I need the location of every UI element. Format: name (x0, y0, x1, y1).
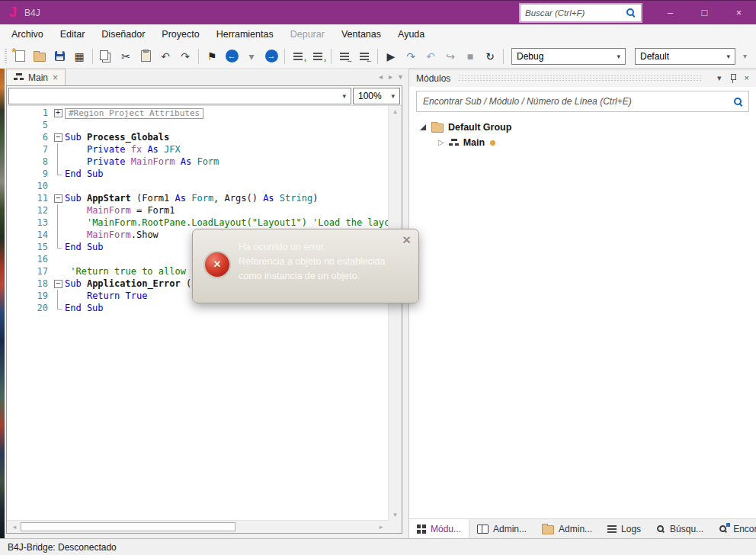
indent-button[interactable]: → (335, 47, 354, 66)
tree-item-main[interactable]: ▷Main (409, 135, 756, 150)
close-button[interactable]: × (722, 1, 756, 24)
menu-herramientas[interactable]: Herramientas (208, 24, 282, 44)
scrollbar-thumb[interactable] (21, 522, 235, 531)
code-line-7[interactable]: 7 Private fx As JFX (7, 143, 389, 156)
code-line-9[interactable]: 9End Sub (7, 168, 389, 180)
editor-zoom-value: 100% (358, 91, 388, 101)
maximize-button[interactable]: □ (687, 1, 722, 24)
scroll-left-arrow[interactable]: ◂ (8, 523, 21, 531)
tab-main[interactable]: Main × (6, 69, 66, 85)
navigate-back-button[interactable]: ← (223, 47, 241, 66)
build-mode-combo[interactable]: Debug ▾ (511, 48, 626, 65)
step-over-button[interactable]: ↷ (402, 47, 420, 66)
redo-icon: ↷ (181, 51, 190, 62)
panel-tab-busqueda[interactable]: Búsqu... (649, 519, 711, 538)
close-tab-icon[interactable]: × (53, 73, 58, 82)
panel-position-dropdown[interactable]: ▾ (717, 74, 722, 82)
menu-ventanas[interactable]: Ventanas (333, 24, 389, 44)
scroll-down-arrow[interactable]: ▾ (389, 511, 402, 518)
panel-tab-logs[interactable]: Logs (600, 519, 649, 538)
comment-button[interactable]: ‹ (289, 47, 307, 66)
module-search-box[interactable] (416, 91, 749, 112)
export-package-button[interactable]: ▦ (70, 47, 88, 66)
tab-scroll-left-button[interactable]: ◂ (379, 72, 383, 81)
toolbar-grip[interactable] (5, 49, 7, 64)
redo-button[interactable]: ↷ (176, 47, 194, 66)
module-search-input[interactable] (417, 96, 728, 107)
close-panel-button[interactable]: × (745, 74, 749, 82)
minimize-button[interactable]: – (653, 1, 687, 24)
editor-vertical-scrollbar[interactable]: ▴ ▾ (388, 106, 402, 520)
uncomment-icon: › (313, 53, 322, 60)
fold-toggle-icon[interactable]: − (54, 133, 62, 142)
copy-button[interactable] (97, 47, 115, 66)
save-button[interactable] (50, 47, 69, 66)
tree-item-default-group[interactable]: Default Group (409, 120, 756, 135)
code-line-12[interactable]: 12 MainForm = Form1 (7, 204, 389, 217)
cut-button[interactable]: ✂ (117, 47, 135, 66)
fold-toggle-icon[interactable]: − (54, 194, 62, 203)
code-area[interactable]: 1+#Region Project Attributes56−Sub Proce… (7, 106, 389, 520)
panel-drag-texture[interactable] (458, 75, 702, 82)
error-dialog-message: Ha ocurrido un error.Referencia a objeto… (239, 240, 411, 284)
code-line-6[interactable]: 6−Sub Process_Globals (7, 131, 389, 143)
outdent-button[interactable]: ← (355, 47, 373, 66)
tab-list-dropdown[interactable]: ▾ (399, 72, 402, 81)
search-icon[interactable] (626, 8, 636, 18)
build-config-combo[interactable]: Default ▾ (635, 48, 735, 65)
paste-button[interactable] (136, 47, 155, 66)
sub-navigator-combo[interactable]: ▾ (8, 88, 351, 104)
undo-button[interactable]: ↶ (156, 47, 175, 66)
code-line-13[interactable]: 13 'MainForm.RootPane.LoadLayout("Layout… (7, 217, 389, 229)
tab-label: Main (28, 72, 48, 83)
panel-tab-encontrar[interactable]: Encont... (711, 519, 756, 538)
title-search-input[interactable] (521, 8, 620, 18)
tab-scroll-right-button[interactable]: ▸ (389, 72, 392, 81)
menu-proyecto[interactable]: Proyecto (153, 24, 207, 44)
menu-editar[interactable]: Editar (52, 24, 94, 44)
panel-tab-admin-1[interactable]: Admin... (469, 519, 534, 538)
menu-disenador[interactable]: Diseñador (93, 24, 153, 44)
scroll-right-arrow[interactable]: ▸ (375, 523, 387, 531)
menu-archivo[interactable]: Archivo (3, 24, 52, 44)
editor-zoom-combo[interactable]: 100% ▾ (353, 88, 400, 104)
editor-horizontal-scrollbar[interactable]: ◂ ▸ (7, 520, 389, 533)
fold-toggle-icon[interactable]: + (54, 109, 62, 117)
title-search-box[interactable] (521, 5, 641, 21)
restart-icon: ↻ (485, 51, 495, 62)
code-line-1[interactable]: 1+#Region Project Attributes (7, 107, 389, 119)
step-out-button[interactable]: ↪ (441, 47, 460, 66)
step-into-button[interactable]: ↶ (421, 47, 440, 66)
panel-tab-admin-2[interactable]: Admin... (534, 519, 600, 538)
clean-rebuild-button[interactable]: ↻ (481, 47, 499, 66)
code-line-20[interactable]: 20End Sub (7, 302, 389, 314)
navigate-forward-button[interactable]: → (262, 47, 280, 66)
new-project-button[interactable] (11, 47, 29, 66)
code-line-11[interactable]: 11−Sub AppStart (Form1 As Form, Args() A… (7, 192, 389, 204)
uncomment-button[interactable]: › (309, 47, 327, 66)
scroll-up-arrow[interactable]: ▴ (389, 107, 402, 115)
pin-panel-button[interactable] (729, 73, 737, 83)
search-icon[interactable] (733, 97, 743, 107)
open-project-button[interactable] (30, 47, 49, 66)
outdent-icon: ← (360, 53, 369, 60)
menu-ayuda[interactable]: Ayuda (389, 24, 433, 44)
code-line-5[interactable]: 5 (7, 119, 389, 131)
toolbar-overflow-button[interactable]: ▾ (743, 52, 747, 60)
fold-toggle-icon[interactable]: − (54, 280, 62, 288)
fold-column (51, 302, 65, 314)
modified-dot-icon (490, 140, 495, 146)
collapsed-arrow-icon[interactable]: ▷ (438, 139, 444, 146)
fold-column: − (51, 131, 65, 143)
panel-tab-modulos[interactable]: Módu... (409, 519, 469, 538)
code-line-8[interactable]: 8 Private MainForm As Form (7, 156, 389, 168)
expanded-arrow-icon[interactable] (420, 124, 426, 130)
back-history-dropdown[interactable]: ▾ (242, 47, 261, 66)
bookmark-button[interactable]: ⚑ (203, 47, 221, 66)
editor-combo-row: ▾ 100% ▾ (7, 86, 402, 106)
code-line-10[interactable]: 10 (7, 180, 389, 192)
module-icon (14, 73, 24, 82)
document-tab-bar: Main × ◂▸▾ (5, 69, 408, 85)
run-button[interactable]: ▶ (382, 47, 400, 66)
stop-button[interactable]: ■ (461, 47, 479, 66)
